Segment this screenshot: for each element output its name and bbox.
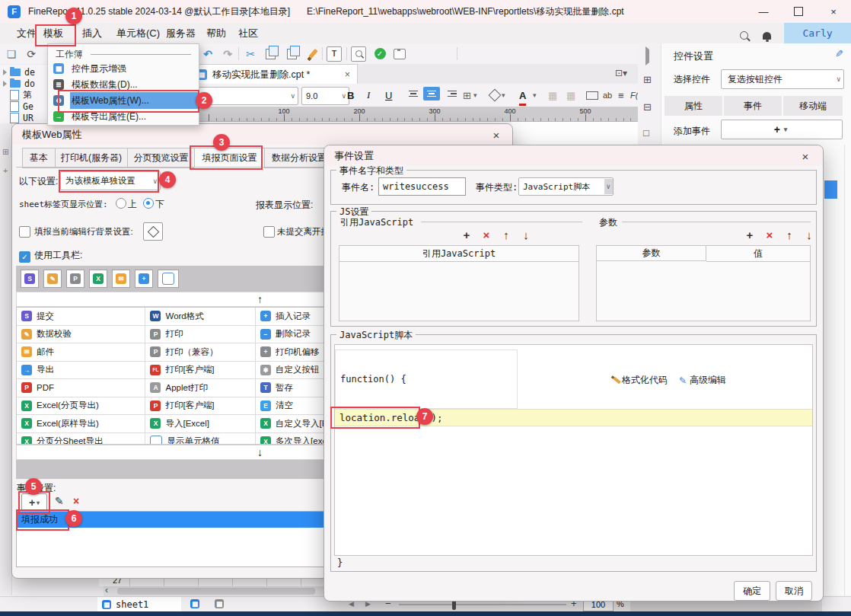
edit-row-bg-checkbox[interactable] xyxy=(19,226,30,241)
toolbar-option[interactable]: S提交 xyxy=(17,308,145,325)
tree-item-file[interactable]: Ge xyxy=(0,101,33,112)
tab-write-page[interactable]: 填报页面设置 xyxy=(194,148,265,168)
param-move-down-icon[interactable]: ↓ xyxy=(802,228,817,241)
radio-top[interactable] xyxy=(116,198,126,212)
expand-icon[interactable] xyxy=(3,69,7,75)
font-color-arrow[interactable]: ▾ xyxy=(533,87,537,104)
document-tab[interactable]: ▦ 移动实现批量删除.cpt * × xyxy=(190,64,358,85)
toolbar-option[interactable]: FL打印[客户端] xyxy=(145,362,256,379)
menu-template[interactable]: 模板 xyxy=(39,23,68,43)
param-delete-icon[interactable]: × xyxy=(762,228,777,241)
menu-item-export-attributes[interactable]: → 模板导出属性(E)... xyxy=(48,108,199,125)
edit-event-icon[interactable]: ✎ xyxy=(55,495,64,507)
panel-grid-icon[interactable]: ⊞ xyxy=(2,148,8,156)
refresh-icon[interactable]: ⟳ xyxy=(23,46,40,62)
preview-save-icon[interactable]: S xyxy=(21,270,39,288)
toolbar-option[interactable]: P打印[客户端] xyxy=(145,397,256,415)
toolbar-option[interactable]: XExcel(原样导出) xyxy=(17,415,145,432)
code-editor[interactable]: function() { 格式化代码 ✎ 高级编辑 location.reloa… xyxy=(334,344,813,556)
align-center-button[interactable] xyxy=(423,87,440,101)
menu-item-web-attributes[interactable]: ⊕ 模板Web属性(W)... xyxy=(48,92,199,109)
toolbar-option[interactable]: P打印 xyxy=(145,326,256,343)
redo-icon[interactable]: ↷ xyxy=(219,46,236,62)
code-highlight-line[interactable]: location.reload(); xyxy=(335,409,812,426)
widget-select[interactable]: 复选按钮控件∨ xyxy=(721,69,844,89)
notification-bell-icon[interactable] xyxy=(763,29,771,43)
toolbar-option[interactable]: PPDF xyxy=(17,379,145,397)
maximize-button[interactable] xyxy=(781,0,816,23)
bold-button[interactable]: B xyxy=(347,87,354,104)
format-painter-icon[interactable] xyxy=(304,46,321,62)
radio-bottom[interactable] xyxy=(143,198,154,212)
param-add-icon[interactable]: + xyxy=(742,228,757,241)
text-field-icon[interactable] xyxy=(586,87,598,104)
scrollbar-thumb[interactable] xyxy=(117,588,315,595)
event-name-input[interactable]: writesuccess xyxy=(378,177,466,196)
cell-element-icon[interactable]: ⊞ xyxy=(643,74,652,85)
tab-mobile[interactable]: 移动端 xyxy=(783,96,843,116)
toolbar-option[interactable]: X分页分Sheet导出 xyxy=(17,433,145,445)
paste-icon[interactable] xyxy=(283,46,300,62)
float-element-icon[interactable]: □ xyxy=(643,127,649,139)
preview-blank-icon[interactable] xyxy=(158,270,179,288)
tab-attributes[interactable]: 属性 xyxy=(665,96,722,116)
tab-basic[interactable]: 基本 xyxy=(22,148,56,168)
menu-item-widget-enhance[interactable]: ▦ 控件显示增强 xyxy=(48,60,199,77)
scroll-left-icon[interactable]: ‹ xyxy=(105,585,108,595)
ab-text-icon[interactable]: ab xyxy=(603,87,612,104)
toolbar-option[interactable]: ✎数据校验 xyxy=(17,326,145,343)
align-right-button[interactable] xyxy=(441,87,458,101)
tree-item-file[interactable]: UR xyxy=(0,112,33,123)
ref-delete-icon[interactable]: × xyxy=(479,228,494,241)
ref-add-icon[interactable]: + xyxy=(459,228,474,241)
theme-shirt-icon[interactable] xyxy=(391,46,408,62)
dialog-close-icon[interactable]: × xyxy=(489,128,503,142)
menu-community[interactable]: 社区 xyxy=(234,23,263,43)
rich-text-icon[interactable]: ≡ xyxy=(618,87,624,104)
use-toolbar-checkbox[interactable]: ✓ xyxy=(19,249,30,263)
sheet-tab[interactable]: ▦ sheet1 xyxy=(97,597,181,612)
toolbar-option[interactable]: P打印（兼容） xyxy=(145,343,256,361)
preview-widget-icon[interactable]: + xyxy=(135,270,153,288)
advanced-edit-link[interactable]: ✎ 高级编辑 xyxy=(679,374,726,387)
ref-js-table[interactable]: 引用JavaScript xyxy=(339,245,579,321)
search-icon[interactable] xyxy=(740,29,748,43)
background-paint-button[interactable] xyxy=(143,222,163,241)
toolbar-option[interactable]: 显示单元格值 xyxy=(145,433,256,445)
copy-icon[interactable] xyxy=(262,46,279,62)
event-type-select[interactable]: JavaScript脚本 ∨ xyxy=(518,177,614,196)
panel-add-icon[interactable]: + xyxy=(3,166,8,175)
font-size-select[interactable]: 9.0∨ xyxy=(301,87,349,105)
params-table[interactable]: 参数 值 xyxy=(596,245,811,321)
add-event-button[interactable]: +▾ xyxy=(21,493,47,512)
horizontal-scrollbar[interactable]: ‹ xyxy=(104,586,324,596)
ok-button[interactable]: 确定 xyxy=(734,581,770,601)
menu-help[interactable]: 帮助 xyxy=(202,23,231,43)
collapse-panel-icon[interactable] xyxy=(645,49,649,63)
italic-button[interactable]: I xyxy=(367,87,370,104)
format-code-link[interactable]: 格式化代码 xyxy=(615,374,668,387)
expand-icon[interactable] xyxy=(3,81,7,87)
fill-color-select[interactable]: ▾ xyxy=(490,87,508,104)
user-account[interactable]: Carly xyxy=(784,23,851,43)
cut-icon[interactable]: ✂ xyxy=(242,46,259,62)
toolbar-option[interactable]: ✉邮件 xyxy=(17,343,145,361)
delete-event-icon[interactable]: × xyxy=(73,495,79,507)
find-replace-icon[interactable]: T xyxy=(326,46,343,62)
preview-validate-icon[interactable]: ✎ xyxy=(43,270,62,288)
cancel-button[interactable]: 取消 xyxy=(776,581,812,601)
toolbar-option[interactable]: X导入[Excel] xyxy=(145,415,256,432)
float-window-icon[interactable]: ⊡▾ xyxy=(615,68,627,78)
preview-excel-icon[interactable]: X xyxy=(89,270,107,288)
validate-ok-icon[interactable]: ✓ xyxy=(371,46,388,62)
underline-button[interactable]: U xyxy=(385,87,392,104)
cell-attribute-icon[interactable]: ⊟ xyxy=(643,101,652,113)
edit-pencil-icon[interactable]: ✎ xyxy=(835,48,843,59)
tab-page-preview[interactable]: 分页预览设置 xyxy=(127,148,195,168)
zoom-slider-track[interactable] xyxy=(399,604,566,605)
toolbar-option[interactable]: AApplet打印 xyxy=(145,379,256,397)
menu-server[interactable]: 服务器 xyxy=(161,23,200,43)
preview-search-icon[interactable] xyxy=(350,46,367,62)
toolbar-option[interactable]: →导出 xyxy=(17,362,145,379)
undo-icon[interactable]: ↶ xyxy=(199,46,216,62)
